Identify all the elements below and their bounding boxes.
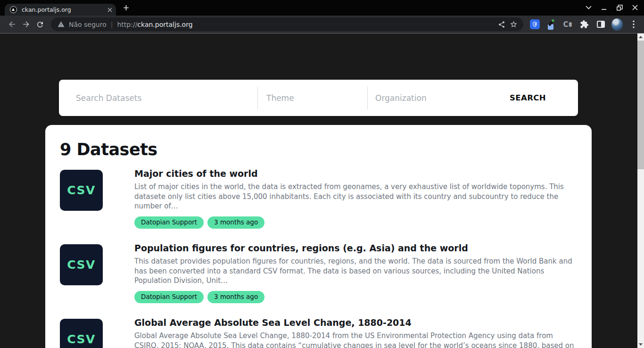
search-datasets-input[interactable] — [59, 80, 257, 116]
window-controls — [584, 3, 639, 12]
theme-input[interactable] — [258, 80, 367, 116]
dataset-description: List of major cities in the world, the d… — [134, 182, 577, 211]
dataset-list-item: CSV Population figures for countries, re… — [60, 244, 577, 303]
reload-icon[interactable] — [33, 17, 47, 32]
eyedropper-extension-icon[interactable] — [545, 19, 557, 30]
page-content: SEARCH 9 Datasets CSV Major cities of th… — [0, 33, 644, 348]
dataset-title-link[interactable]: Global Average Absolute Sea Level Change… — [134, 317, 577, 328]
results-card: 9 Datasets CSV Major cities of the world… — [45, 125, 592, 348]
dataset-list-item: CSV Major cities of the world List of ma… — [60, 170, 577, 229]
scroll-up-button[interactable] — [637, 33, 644, 41]
scroll-down-button[interactable] — [637, 341, 644, 348]
dataset-item-body: Global Average Absolute Sea Level Change… — [134, 317, 577, 348]
back-icon[interactable] — [5, 17, 19, 32]
dataset-item-body: Major cities of the world List of major … — [134, 168, 577, 229]
dataset-title-link[interactable]: Major cities of the world — [134, 168, 577, 179]
url-protocol: http:// — [117, 21, 137, 28]
browser-tab[interactable]: ckan.portaljs.org — [5, 4, 116, 16]
csv-format-icon: CSV — [60, 244, 103, 285]
dataset-badges: Datopian Support 3 months ago — [134, 291, 577, 304]
bitwarden-extension-icon[interactable] — [529, 19, 540, 30]
browser-window: ckan.portaljs.org — [0, 0, 644, 348]
menu-kebab-icon[interactable] — [628, 19, 639, 30]
dataset-item-body: Population figures for countries, region… — [134, 242, 577, 303]
tab-title: ckan.portaljs.org — [22, 6, 107, 13]
results-heading: 9 Datasets — [60, 140, 577, 159]
url-domain: ckan.portaljs.org — [137, 21, 192, 28]
chevron-down-icon[interactable] — [584, 3, 593, 12]
updated-badge: 3 months ago — [207, 216, 264, 229]
site-favicon — [10, 6, 17, 13]
security-label: Não seguro — [69, 21, 107, 28]
tab-close-icon[interactable] — [107, 8, 112, 12]
browser-toolbar: Não seguro | http://ckan.portaljs.org C●… — [0, 16, 644, 33]
dataset-title-link[interactable]: Population figures for countries, region… — [134, 242, 577, 254]
dataset-list-item: CSV Global Average Absolute Sea Level Ch… — [60, 319, 577, 348]
csv-format-icon: CSV — [60, 170, 103, 211]
dataset-description: Global Average Absolute Sea Level Change… — [134, 331, 577, 348]
organization-badge[interactable]: Datopian Support — [134, 291, 204, 304]
new-tab-button[interactable] — [123, 5, 129, 11]
page-url: http://ckan.portaljs.org — [117, 21, 192, 28]
scrollbar-thumb[interactable] — [637, 41, 644, 169]
close-window-icon[interactable] — [631, 3, 639, 12]
updated-badge: 3 months ago — [207, 291, 264, 304]
csv-format-icon: CSV — [60, 319, 103, 348]
extensions-puzzle-icon[interactable] — [578, 19, 590, 30]
forward-icon[interactable] — [19, 17, 33, 32]
organization-badge[interactable]: Datopian Support — [134, 216, 204, 229]
page-scrollbar[interactable] — [637, 33, 644, 348]
tab-strip: ckan.portaljs.org — [0, 0, 644, 16]
colorzilla-extension-icon[interactable]: C●● — [562, 19, 573, 30]
dataset-description: This dataset provides population figures… — [134, 257, 577, 286]
minimize-icon[interactable] — [600, 3, 608, 12]
dataset-search-bar: SEARCH — [59, 80, 578, 116]
not-secure-warning-icon[interactable] — [58, 21, 65, 28]
organization-input[interactable] — [368, 80, 481, 116]
extensions-row: C●● — [523, 19, 641, 30]
address-separator: | — [111, 21, 113, 28]
bookmark-star-icon[interactable] — [510, 20, 518, 28]
dataset-list: CSV Major cities of the world List of ma… — [60, 170, 577, 348]
profile-avatar[interactable] — [611, 19, 623, 30]
share-icon[interactable] — [498, 21, 505, 28]
restore-window-icon[interactable] — [615, 3, 624, 12]
side-panel-icon[interactable] — [595, 19, 606, 30]
search-button[interactable]: SEARCH — [498, 80, 578, 116]
dataset-badges: Datopian Support 3 months ago — [134, 216, 577, 229]
address-bar[interactable]: Não seguro | http://ckan.portaljs.org — [51, 17, 523, 31]
